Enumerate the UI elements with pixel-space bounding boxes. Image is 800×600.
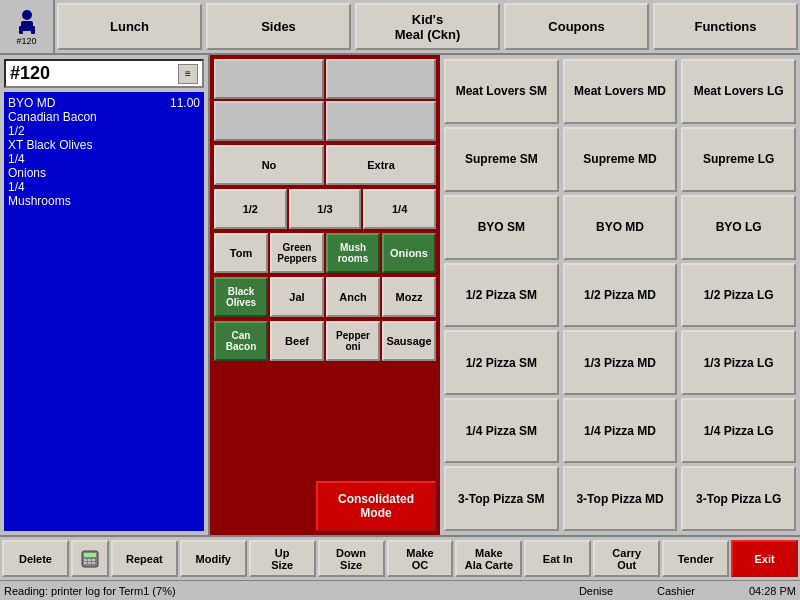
nav-functions[interactable]: Functions bbox=[653, 3, 798, 50]
order-icon[interactable]: ≡ bbox=[178, 64, 198, 84]
half-pizza-sm-1[interactable]: 1/2 Pizza SM bbox=[444, 263, 559, 328]
black-olives-btn[interactable]: Black Olives bbox=[214, 277, 268, 317]
empty-btn-4[interactable] bbox=[326, 101, 436, 141]
top-empty-grid bbox=[214, 59, 436, 141]
calculator-icon[interactable] bbox=[71, 540, 109, 577]
mozz-btn[interactable]: Mozz bbox=[382, 277, 436, 317]
svg-rect-5 bbox=[84, 553, 96, 557]
status-user: Denise bbox=[556, 585, 636, 597]
order-item-3: 1/2 bbox=[8, 124, 200, 138]
center-panel: No Extra 1/2 1/3 1/4 Tom Green Peppers M… bbox=[210, 55, 440, 535]
can-bacon-btn[interactable]: Can Bacon bbox=[214, 321, 268, 361]
svg-rect-9 bbox=[84, 562, 87, 564]
left-panel: #120 ≡ BYO MD 11.00 Canadian Bacon 1/2 X… bbox=[0, 55, 210, 535]
svg-rect-7 bbox=[88, 559, 91, 561]
svg-rect-11 bbox=[92, 562, 95, 564]
mushrooms-btn[interactable]: Mush rooms bbox=[326, 233, 380, 273]
empty-btn-3[interactable] bbox=[214, 101, 324, 141]
onions-btn[interactable]: Onions bbox=[382, 233, 436, 273]
meat-lovers-sm[interactable]: Meat Lovers SM bbox=[444, 59, 559, 124]
tender-btn[interactable]: Tender bbox=[662, 540, 729, 577]
no-extra-row: No Extra bbox=[214, 145, 436, 185]
delete-btn[interactable]: Delete bbox=[2, 540, 69, 577]
status-left: Reading: printer log for Term1 (7%) bbox=[4, 585, 556, 597]
supreme-sm[interactable]: Supreme SM bbox=[444, 127, 559, 192]
quarter-btn[interactable]: 1/4 bbox=[363, 189, 436, 229]
status-cashier: Cashier bbox=[636, 585, 716, 597]
empty-btn-2[interactable] bbox=[326, 59, 436, 99]
pizza-col-sm: Meat Lovers SM Supreme SM BYO SM 1/2 Piz… bbox=[444, 59, 559, 531]
exit-btn[interactable]: Exit bbox=[731, 540, 798, 577]
nav-coupons[interactable]: Coupons bbox=[504, 3, 649, 50]
half-pizza-md[interactable]: 1/2 Pizza MD bbox=[563, 263, 678, 328]
byo-md[interactable]: BYO MD bbox=[563, 195, 678, 260]
byo-lg[interactable]: BYO LG bbox=[681, 195, 796, 260]
three-top-pizza-sm[interactable]: 3-Top Pizza SM bbox=[444, 466, 559, 531]
order-header: #120 ≡ bbox=[4, 59, 204, 88]
green-peppers-btn[interactable]: Green Peppers bbox=[270, 233, 324, 273]
person-icon bbox=[13, 8, 41, 36]
half-pizza-sm-2[interactable]: 1/2 Pizza SM bbox=[444, 330, 559, 395]
supreme-md[interactable]: Supreme MD bbox=[563, 127, 678, 192]
quarter-pizza-sm[interactable]: 1/4 Pizza SM bbox=[444, 398, 559, 463]
anch-btn[interactable]: Anch bbox=[326, 277, 380, 317]
supreme-lg[interactable]: Supreme LG bbox=[681, 127, 796, 192]
fraction-row: 1/2 1/3 1/4 bbox=[214, 189, 436, 229]
toppings-row-1: Tom Green Peppers Mush rooms Onions bbox=[214, 233, 436, 273]
toppings-row-3: Can Bacon Beef Pepper oni Sausage bbox=[214, 321, 436, 361]
third-pizza-lg[interactable]: 1/3 Pizza LG bbox=[681, 330, 796, 395]
quarter-pizza-lg[interactable]: 1/4 Pizza LG bbox=[681, 398, 796, 463]
svg-point-0 bbox=[22, 10, 32, 20]
consolidated-mode-btn[interactable]: Consolidated Mode bbox=[316, 481, 436, 531]
pepperoni-btn[interactable]: Pepper oni bbox=[326, 321, 380, 361]
make-ala-carte-btn[interactable]: MakeAla Carte bbox=[455, 540, 522, 577]
beef-btn[interactable]: Beef bbox=[270, 321, 324, 361]
half-pizza-lg[interactable]: 1/2 Pizza LG bbox=[681, 263, 796, 328]
eat-in-btn[interactable]: Eat In bbox=[524, 540, 591, 577]
half-btn[interactable]: 1/2 bbox=[214, 189, 287, 229]
nav-lunch[interactable]: Lunch bbox=[57, 3, 202, 50]
nav-sides[interactable]: Sides bbox=[206, 3, 351, 50]
third-btn[interactable]: 1/3 bbox=[289, 189, 362, 229]
action-bar: Delete Repeat Modify UpSize DownSize Mak… bbox=[0, 535, 800, 580]
order-list: BYO MD 11.00 Canadian Bacon 1/2 XT Black… bbox=[4, 92, 204, 531]
make-oc-btn[interactable]: MakeOC bbox=[387, 540, 454, 577]
order-item-7: 1/4 bbox=[8, 180, 200, 194]
extra-btn[interactable]: Extra bbox=[326, 145, 436, 185]
svg-rect-10 bbox=[88, 562, 91, 564]
person-icon-box: #120 bbox=[0, 0, 55, 53]
order-item-2: Canadian Bacon bbox=[8, 110, 200, 124]
status-time: 04:28 PM bbox=[716, 585, 796, 597]
three-top-pizza-md[interactable]: 3-Top Pizza MD bbox=[563, 466, 678, 531]
pizza-col-md: Meat Lovers MD Supreme MD BYO MD 1/2 Piz… bbox=[563, 59, 678, 531]
order-item-1: BYO MD 11.00 bbox=[8, 96, 200, 110]
quarter-pizza-md[interactable]: 1/4 Pizza MD bbox=[563, 398, 678, 463]
order-number: #120 bbox=[10, 63, 178, 84]
byo-sm[interactable]: BYO SM bbox=[444, 195, 559, 260]
tom-btn[interactable]: Tom bbox=[214, 233, 268, 273]
up-size-btn[interactable]: UpSize bbox=[249, 540, 316, 577]
nav-kids-meal[interactable]: Kid's Meal (Ckn) bbox=[355, 3, 500, 50]
third-pizza-md[interactable]: 1/3 Pizza MD bbox=[563, 330, 678, 395]
svg-rect-3 bbox=[31, 26, 35, 34]
meat-lovers-lg[interactable]: Meat Lovers LG bbox=[681, 59, 796, 124]
repeat-btn[interactable]: Repeat bbox=[111, 540, 178, 577]
modify-btn[interactable]: Modify bbox=[180, 540, 247, 577]
carry-out-btn[interactable]: CarryOut bbox=[593, 540, 660, 577]
svg-rect-2 bbox=[19, 26, 23, 34]
right-panel: Meat Lovers SM Supreme SM BYO SM 1/2 Piz… bbox=[440, 55, 800, 535]
no-btn[interactable]: No bbox=[214, 145, 324, 185]
sausage-btn[interactable]: Sausage bbox=[382, 321, 436, 361]
person-label: #120 bbox=[16, 36, 36, 46]
top-bar: #120 Lunch Sides Kid's Meal (Ckn) Coupon… bbox=[0, 0, 800, 55]
order-item-4: XT Black Olives bbox=[8, 138, 200, 152]
status-bar: Reading: printer log for Term1 (7%) Deni… bbox=[0, 580, 800, 600]
empty-btn-1[interactable] bbox=[214, 59, 324, 99]
three-top-pizza-lg[interactable]: 3-Top Pizza LG bbox=[681, 466, 796, 531]
down-size-btn[interactable]: DownSize bbox=[318, 540, 385, 577]
svg-rect-6 bbox=[84, 559, 87, 561]
jal-btn[interactable]: Jal bbox=[270, 277, 324, 317]
toppings-row-2: Black Olives Jal Anch Mozz bbox=[214, 277, 436, 317]
order-item-6: Onions bbox=[8, 166, 200, 180]
meat-lovers-md[interactable]: Meat Lovers MD bbox=[563, 59, 678, 124]
